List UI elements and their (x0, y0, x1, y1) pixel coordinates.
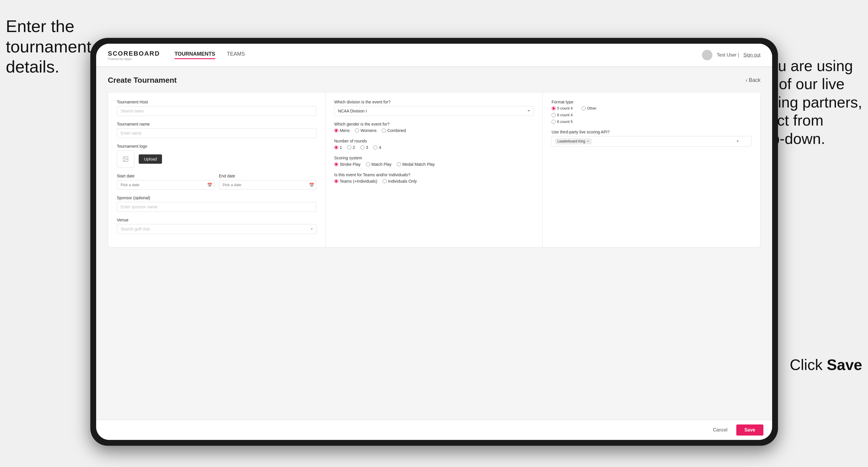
format-other[interactable]: Other (582, 106, 597, 111)
navbar-right: Test User | Sign out (702, 50, 761, 60)
division-select[interactable]: NCAA Division I (334, 106, 534, 116)
format-5count4-radio[interactable] (552, 106, 556, 111)
save-button[interactable]: Save (736, 425, 764, 436)
tournament-name-label: Tournament name (117, 122, 316, 126)
tournament-host-group: Tournament Host (117, 100, 316, 116)
rounds-4-label: 4 (379, 145, 381, 150)
scoring-match[interactable]: Match Play (366, 162, 392, 167)
rounds-4[interactable]: 4 (373, 145, 381, 150)
scoring-medal-radio[interactable] (397, 162, 401, 166)
scoring-medal[interactable]: Medal Match Play (397, 162, 435, 167)
back-link[interactable]: Back (746, 77, 761, 83)
venue-select-wrapper: ▼ (117, 224, 316, 234)
live-scoring-label: Use third-party live scoring API? (552, 130, 751, 134)
tournament-logo-group: Tournament logo Upload (117, 144, 316, 168)
form-grid: Tournament Host Tournament name Tourname… (108, 92, 761, 247)
scoring-group: Scoring system Stroke Play Match Play (334, 156, 534, 167)
teams-teams-label: Teams (+Individuals) (340, 179, 377, 184)
gender-womens-label: Womens (361, 128, 376, 133)
tablet-screen: SCOREBOARD Powered by clippit TOURNAMENT… (96, 44, 772, 440)
venue-input[interactable] (117, 224, 316, 234)
format-other-label: Other (587, 106, 597, 111)
upload-button[interactable]: Upload (139, 154, 162, 164)
live-scoring-value: Leaderboard King (557, 139, 585, 143)
scoring-radio-group: Stroke Play Match Play Medal Match Play (334, 162, 534, 167)
tournament-host-input[interactable] (117, 106, 316, 116)
form-footer: Cancel Save (96, 420, 772, 440)
scoring-match-radio[interactable] (366, 162, 370, 166)
tournament-name-group: Tournament name (117, 122, 316, 138)
cancel-button[interactable]: Cancel (709, 425, 732, 436)
teams-teams[interactable]: Teams (+Individuals) (334, 179, 377, 184)
rounds-1-radio[interactable] (334, 145, 338, 150)
format-type-label: Format type (552, 100, 751, 104)
dates-group: Start date 📅 End date (117, 174, 316, 190)
gender-combined-radio[interactable] (382, 128, 386, 132)
format-6count4-label: 6 count 4 (557, 113, 573, 117)
live-scoring-remove[interactable]: ✕ (587, 139, 589, 143)
sponsor-input[interactable] (117, 202, 316, 212)
rounds-3[interactable]: 3 (361, 145, 368, 150)
form-col-1: Tournament Host Tournament name Tourname… (108, 92, 326, 247)
main-content: Create Tournament Back Tournament Host T… (96, 67, 772, 420)
format-6count4-radio[interactable] (552, 113, 556, 117)
format-row-3: 6 count 5 (552, 119, 751, 124)
format-6count5[interactable]: 6 count 5 (552, 119, 751, 124)
rounds-1[interactable]: 1 (334, 145, 342, 150)
format-5count4[interactable]: 5 count 4 (552, 106, 573, 111)
format-6count4[interactable]: 6 count 4 (552, 113, 751, 117)
gender-label: Which gender is the event for? (334, 122, 534, 126)
start-date-input[interactable] (117, 180, 214, 190)
live-scoring-group: Use third-party live scoring API? Leader… (552, 130, 751, 147)
rounds-2[interactable]: 2 (347, 145, 355, 150)
annotation-enter: Enter the tournament details. (6, 16, 91, 77)
rounds-4-radio[interactable] (373, 145, 377, 150)
page-header: Create Tournament Back (108, 76, 761, 85)
scoring-stroke-radio[interactable] (334, 162, 338, 166)
start-date-wrapper: 📅 (117, 180, 214, 190)
nav-teams[interactable]: TEAMS (227, 51, 245, 59)
tournament-name-input[interactable] (117, 128, 316, 138)
gender-womens-radio[interactable] (355, 128, 359, 132)
format-6count5-radio[interactable] (552, 120, 556, 124)
navbar-left: SCOREBOARD Powered by clippit TOURNAMENT… (108, 50, 245, 61)
division-select-wrapper: NCAA Division I (334, 106, 534, 116)
teams-radio-group: Teams (+Individuals) Individuals Only (334, 179, 534, 184)
tournament-logo-label: Tournament logo (117, 144, 316, 149)
gender-mens-radio[interactable] (334, 128, 338, 132)
scoring-medal-label: Medal Match Play (402, 162, 435, 167)
calendar-icon-2: 📅 (309, 183, 314, 187)
scoring-stroke-label: Stroke Play (340, 162, 361, 167)
user-name: Test User | (717, 53, 739, 58)
venue-group: Venue ▼ (117, 218, 316, 234)
app-container: SCOREBOARD Powered by clippit TOURNAMENT… (96, 44, 772, 440)
nav-tournaments[interactable]: TOURNAMENTS (175, 51, 215, 59)
page-title: Create Tournament (108, 76, 177, 85)
teams-individuals-radio[interactable] (382, 179, 386, 183)
end-date-input[interactable] (219, 180, 316, 190)
live-scoring-select[interactable]: Leaderboard King ✕ ▼ (552, 136, 751, 147)
gender-combined[interactable]: Combined (382, 128, 406, 133)
annotation-enter-text: Enter the tournament details. (6, 17, 91, 76)
teams-teams-radio[interactable] (334, 179, 338, 183)
rounds-radio-group: 1 2 3 (334, 145, 534, 150)
teams-group: Is this event for Teams and/or Individua… (334, 173, 534, 184)
user-avatar (702, 50, 712, 60)
annotation-save-text: Save (827, 356, 862, 373)
gender-womens[interactable]: Womens (355, 128, 376, 133)
rounds-3-label: 3 (366, 145, 368, 150)
venue-label: Venue (117, 218, 316, 222)
gender-mens[interactable]: Mens (334, 128, 350, 133)
rounds-2-radio[interactable] (347, 145, 351, 150)
sponsor-group: Sponsor (optional) (117, 195, 316, 212)
format-other-radio[interactable] (582, 106, 586, 111)
rounds-3-radio[interactable] (361, 145, 365, 150)
format-6count5-label: 6 count 5 (557, 119, 573, 124)
live-scoring-tag: Leaderboard King ✕ (555, 138, 591, 144)
sign-out-link[interactable]: Sign out (743, 53, 761, 58)
annotation-save: Click Save (789, 356, 862, 374)
scoring-stroke[interactable]: Stroke Play (334, 162, 361, 167)
scoring-label: Scoring system (334, 156, 534, 160)
end-date-wrapper: 📅 (219, 180, 316, 190)
teams-individuals[interactable]: Individuals Only (382, 179, 417, 184)
